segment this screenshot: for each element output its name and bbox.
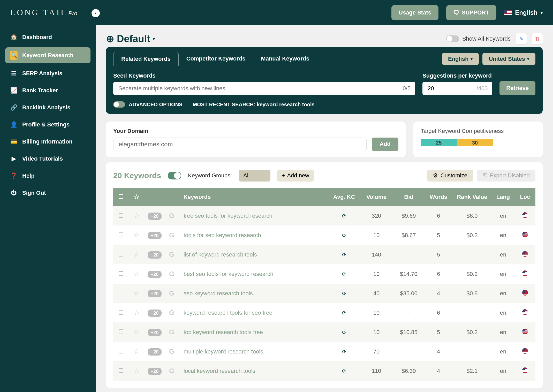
add-group-button[interactable]: + Add new — [277, 170, 314, 182]
search-country-selector[interactable]: United States▾ — [482, 53, 535, 65]
domain-input[interactable] — [113, 138, 367, 151]
support-button[interactable]: 🗨 SUPPORT — [446, 5, 496, 20]
refresh-kc-icon[interactable]: ⟳ — [342, 310, 346, 316]
refresh-kc-icon[interactable]: ⟳ — [342, 368, 346, 374]
keyword-cell[interactable]: tools for seo keyword research — [178, 225, 329, 245]
col-bid[interactable]: Bid — [393, 188, 424, 206]
keyword-cell[interactable]: aso keyword research tools — [178, 284, 329, 303]
star-icon[interactable]: ☆ — [134, 309, 140, 316]
usage-stats-button[interactable]: Usage Stats — [391, 5, 438, 20]
delete-project-button[interactable]: 🗑 — [532, 33, 543, 44]
expand-badge[interactable]: +20 — [148, 251, 162, 259]
refresh-kc-icon[interactable]: ⟳ — [342, 329, 346, 335]
star-icon[interactable]: ☆ — [134, 270, 140, 278]
google-icon[interactable]: G — [168, 367, 175, 374]
refresh-kc-icon[interactable]: ⟳ — [342, 232, 346, 238]
keyword-cell[interactable]: list of keyword research tools — [178, 245, 329, 264]
project-selector[interactable]: ⊕ Default ▾ — [106, 33, 155, 44]
row-checkbox[interactable] — [119, 252, 123, 257]
google-icon[interactable]: G — [168, 212, 175, 219]
sidebar-item-profile-settings[interactable]: 👤Profile & Settings — [5, 118, 90, 132]
sidebar-item-video-tutorials[interactable]: ▶Video Tutorials — [5, 152, 90, 166]
refresh-kc-icon[interactable]: ⟳ — [342, 271, 346, 277]
col-lang[interactable]: Lang — [491, 188, 515, 206]
row-checkbox[interactable] — [119, 213, 123, 218]
google-icon[interactable]: G — [168, 290, 175, 297]
sidebar-item-backlink-analysis[interactable]: 🔗Backlink Analysis — [5, 101, 90, 115]
refresh-kc-icon[interactable]: ⟳ — [342, 252, 346, 258]
star-icon[interactable]: ☆ — [134, 231, 140, 239]
keywords-filter-toggle[interactable] — [168, 172, 181, 179]
select-all-checkbox[interactable] — [119, 194, 123, 199]
col-volume[interactable]: Volume — [360, 188, 393, 206]
refresh-kc-icon[interactable]: ⟳ — [342, 291, 346, 296]
expand-badge[interactable]: +20 — [148, 213, 162, 220]
row-checkbox[interactable] — [119, 271, 123, 276]
row-checkbox[interactable] — [119, 291, 123, 295]
sidebar-item-dashboard[interactable]: 🏠Dashboard — [5, 30, 90, 44]
row-checkbox[interactable] — [119, 368, 123, 373]
edit-project-button[interactable]: ✎ — [516, 33, 527, 44]
row-checkbox[interactable] — [119, 349, 123, 353]
row-checkbox[interactable] — [119, 310, 123, 315]
col-words[interactable]: Words — [424, 188, 453, 206]
flag-us-icon — [522, 309, 528, 315]
list-icon: ☰ — [10, 70, 18, 77]
star-icon[interactable]: ☆ — [134, 212, 140, 220]
keyword-cell[interactable]: multiple keyword research tools — [178, 342, 329, 361]
google-icon[interactable]: G — [168, 251, 175, 258]
keyword-cell[interactable]: free seo tools for keyword research — [178, 206, 329, 225]
keyword-cell[interactable]: local keyword research tools — [178, 361, 329, 381]
search-language-selector[interactable]: English▾ — [442, 53, 479, 65]
add-domain-button[interactable]: Add — [372, 138, 398, 151]
flag-us-icon — [522, 329, 528, 334]
refresh-kc-icon[interactable]: ⟳ — [342, 213, 346, 219]
show-all-keywords-toggle[interactable] — [446, 35, 459, 42]
star-icon[interactable]: ☆ — [134, 328, 140, 336]
tab-related-keywords[interactable]: Related Keywords — [113, 52, 179, 66]
google-icon[interactable]: G — [168, 348, 175, 355]
sidebar-item-sign-out[interactable]: ⏻Sign Out — [5, 186, 90, 200]
language-selector[interactable]: English ▾ — [504, 9, 543, 16]
expand-badge[interactable]: +20 — [148, 232, 162, 239]
search-icon: 🔍 — [10, 51, 18, 60]
sidebar-item-serp-analysis[interactable]: ☰SERP Analysis — [5, 66, 90, 80]
keyword-cell[interactable]: top keyword research tools free — [178, 322, 329, 342]
col-rank-value[interactable]: Rank Value — [453, 188, 491, 206]
row-checkbox[interactable] — [119, 329, 123, 334]
col-keywords[interactable]: Keywords — [178, 188, 329, 206]
col-loc[interactable]: Loc — [515, 188, 535, 206]
keyword-group-selector[interactable]: All — [239, 170, 270, 182]
sidebar-item-help[interactable]: ❓Help — [5, 169, 90, 183]
google-icon[interactable]: G — [168, 270, 175, 277]
refresh-kc-icon[interactable]: ⟳ — [342, 349, 346, 355]
google-icon[interactable]: G — [168, 328, 175, 336]
expand-badge[interactable]: +20 — [148, 348, 162, 356]
sidebar-item-rank-tracker[interactable]: 📈Rank Tracker — [5, 84, 90, 97]
keyword-cell[interactable]: keyword research tools for seo free — [178, 303, 329, 322]
expand-badge[interactable]: +20 — [148, 310, 162, 317]
expand-badge[interactable]: +20 — [148, 368, 162, 375]
expand-badge[interactable]: +20 — [148, 271, 162, 278]
google-icon[interactable]: G — [168, 231, 175, 239]
row-checkbox[interactable] — [119, 232, 123, 237]
star-icon[interactable]: ☆ — [134, 289, 140, 297]
expand-badge[interactable]: +20 — [148, 329, 162, 336]
keyword-cell[interactable]: best seo tools for keyword research — [178, 264, 329, 284]
customize-columns-button[interactable]: ⚙ Customize — [427, 170, 473, 182]
sidebar-item-keyword-research[interactable]: 🔍Keyword Research — [5, 47, 90, 63]
tab-competitor-keywords[interactable]: Competitor Keywords — [179, 52, 253, 66]
sidebar-item-billing-information[interactable]: 💳Billing Information — [5, 135, 90, 149]
google-icon[interactable]: G — [168, 309, 175, 316]
seed-keywords-input[interactable] — [113, 82, 415, 95]
star-icon[interactable]: ☆ — [134, 348, 140, 355]
collapse-sidebar-button[interactable]: ‹ — [92, 9, 100, 17]
kc-bar[interactable]: 25 30 — [421, 139, 493, 146]
advanced-options-toggle[interactable] — [113, 101, 125, 108]
col-avg-kc[interactable]: Avg. KC — [329, 188, 360, 206]
tab-manual-keywords[interactable]: Manual Keywords — [253, 52, 317, 66]
retrieve-button[interactable]: Retrieve — [499, 81, 535, 95]
star-icon[interactable]: ☆ — [134, 367, 140, 375]
expand-badge[interactable]: +20 — [148, 290, 162, 297]
star-icon[interactable]: ☆ — [134, 251, 140, 258]
